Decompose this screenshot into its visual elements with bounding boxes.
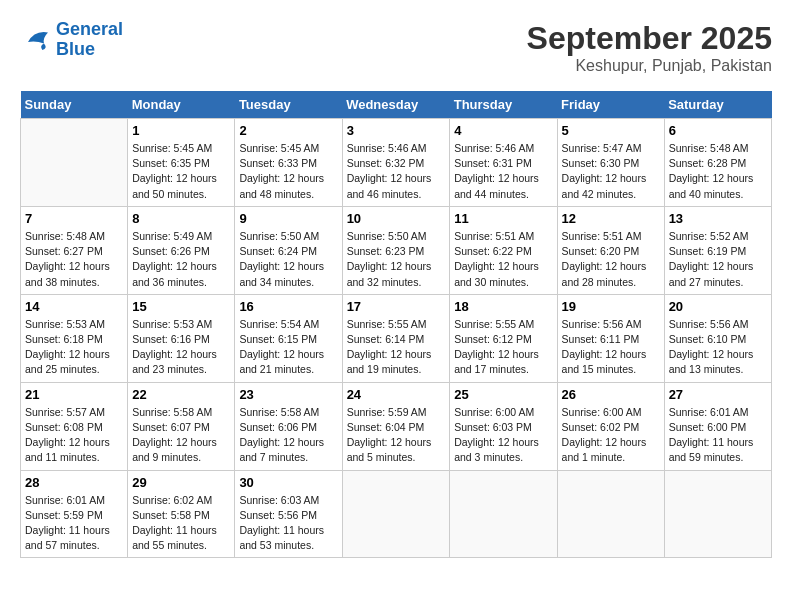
day-cell	[664, 470, 771, 558]
day-number: 10	[347, 211, 446, 226]
day-cell: 19Sunrise: 5:56 AMSunset: 6:11 PMDayligh…	[557, 294, 664, 382]
day-number: 2	[239, 123, 337, 138]
day-info: Sunrise: 6:00 AMSunset: 6:02 PMDaylight:…	[562, 405, 660, 466]
day-info: Sunrise: 5:59 AMSunset: 6:04 PMDaylight:…	[347, 405, 446, 466]
logo: General Blue	[20, 20, 123, 60]
day-info: Sunrise: 5:57 AMSunset: 6:08 PMDaylight:…	[25, 405, 123, 466]
day-number: 27	[669, 387, 767, 402]
day-cell: 17Sunrise: 5:55 AMSunset: 6:14 PMDayligh…	[342, 294, 450, 382]
day-number: 13	[669, 211, 767, 226]
day-info: Sunrise: 5:51 AMSunset: 6:20 PMDaylight:…	[562, 229, 660, 290]
day-info: Sunrise: 5:45 AMSunset: 6:35 PMDaylight:…	[132, 141, 230, 202]
header-day-thursday: Thursday	[450, 91, 557, 119]
day-cell: 4Sunrise: 5:46 AMSunset: 6:31 PMDaylight…	[450, 119, 557, 207]
day-info: Sunrise: 5:51 AMSunset: 6:22 PMDaylight:…	[454, 229, 552, 290]
day-cell: 23Sunrise: 5:58 AMSunset: 6:06 PMDayligh…	[235, 382, 342, 470]
day-info: Sunrise: 5:52 AMSunset: 6:19 PMDaylight:…	[669, 229, 767, 290]
week-row-1: 1Sunrise: 5:45 AMSunset: 6:35 PMDaylight…	[21, 119, 772, 207]
day-number: 26	[562, 387, 660, 402]
day-info: Sunrise: 5:50 AMSunset: 6:23 PMDaylight:…	[347, 229, 446, 290]
day-cell: 21Sunrise: 5:57 AMSunset: 6:08 PMDayligh…	[21, 382, 128, 470]
day-info: Sunrise: 6:00 AMSunset: 6:03 PMDaylight:…	[454, 405, 552, 466]
day-number: 12	[562, 211, 660, 226]
day-info: Sunrise: 6:02 AMSunset: 5:58 PMDaylight:…	[132, 493, 230, 554]
day-number: 9	[239, 211, 337, 226]
title-block: September 2025 Keshupur, Punjab, Pakista…	[527, 20, 772, 75]
day-number: 5	[562, 123, 660, 138]
day-cell: 18Sunrise: 5:55 AMSunset: 6:12 PMDayligh…	[450, 294, 557, 382]
day-cell	[21, 119, 128, 207]
day-number: 19	[562, 299, 660, 314]
day-number: 1	[132, 123, 230, 138]
header-day-monday: Monday	[128, 91, 235, 119]
day-number: 20	[669, 299, 767, 314]
calendar-body: 1Sunrise: 5:45 AMSunset: 6:35 PMDaylight…	[21, 119, 772, 558]
day-number: 7	[25, 211, 123, 226]
header-row: SundayMondayTuesdayWednesdayThursdayFrid…	[21, 91, 772, 119]
day-number: 15	[132, 299, 230, 314]
day-info: Sunrise: 5:58 AMSunset: 6:07 PMDaylight:…	[132, 405, 230, 466]
day-cell: 12Sunrise: 5:51 AMSunset: 6:20 PMDayligh…	[557, 206, 664, 294]
day-cell: 20Sunrise: 5:56 AMSunset: 6:10 PMDayligh…	[664, 294, 771, 382]
day-info: Sunrise: 6:01 AMSunset: 5:59 PMDaylight:…	[25, 493, 123, 554]
day-info: Sunrise: 5:47 AMSunset: 6:30 PMDaylight:…	[562, 141, 660, 202]
day-number: 30	[239, 475, 337, 490]
day-number: 18	[454, 299, 552, 314]
day-number: 22	[132, 387, 230, 402]
week-row-5: 28Sunrise: 6:01 AMSunset: 5:59 PMDayligh…	[21, 470, 772, 558]
page-title: September 2025	[527, 20, 772, 57]
day-number: 11	[454, 211, 552, 226]
day-info: Sunrise: 5:48 AMSunset: 6:28 PMDaylight:…	[669, 141, 767, 202]
day-cell: 1Sunrise: 5:45 AMSunset: 6:35 PMDaylight…	[128, 119, 235, 207]
logo-line1: General	[56, 19, 123, 39]
logo-line2: Blue	[56, 39, 95, 59]
day-cell: 9Sunrise: 5:50 AMSunset: 6:24 PMDaylight…	[235, 206, 342, 294]
day-info: Sunrise: 5:49 AMSunset: 6:26 PMDaylight:…	[132, 229, 230, 290]
day-cell: 28Sunrise: 6:01 AMSunset: 5:59 PMDayligh…	[21, 470, 128, 558]
day-info: Sunrise: 6:01 AMSunset: 6:00 PMDaylight:…	[669, 405, 767, 466]
day-info: Sunrise: 5:45 AMSunset: 6:33 PMDaylight:…	[239, 141, 337, 202]
day-number: 8	[132, 211, 230, 226]
day-cell: 25Sunrise: 6:00 AMSunset: 6:03 PMDayligh…	[450, 382, 557, 470]
day-number: 14	[25, 299, 123, 314]
day-number: 24	[347, 387, 446, 402]
day-cell: 5Sunrise: 5:47 AMSunset: 6:30 PMDaylight…	[557, 119, 664, 207]
day-cell: 16Sunrise: 5:54 AMSunset: 6:15 PMDayligh…	[235, 294, 342, 382]
day-cell: 8Sunrise: 5:49 AMSunset: 6:26 PMDaylight…	[128, 206, 235, 294]
week-row-3: 14Sunrise: 5:53 AMSunset: 6:18 PMDayligh…	[21, 294, 772, 382]
day-cell: 13Sunrise: 5:52 AMSunset: 6:19 PMDayligh…	[664, 206, 771, 294]
day-number: 3	[347, 123, 446, 138]
day-cell	[557, 470, 664, 558]
header-day-friday: Friday	[557, 91, 664, 119]
day-info: Sunrise: 5:54 AMSunset: 6:15 PMDaylight:…	[239, 317, 337, 378]
day-info: Sunrise: 5:46 AMSunset: 6:31 PMDaylight:…	[454, 141, 552, 202]
day-cell: 26Sunrise: 6:00 AMSunset: 6:02 PMDayligh…	[557, 382, 664, 470]
day-number: 28	[25, 475, 123, 490]
day-info: Sunrise: 5:53 AMSunset: 6:16 PMDaylight:…	[132, 317, 230, 378]
day-number: 17	[347, 299, 446, 314]
day-cell: 27Sunrise: 6:01 AMSunset: 6:00 PMDayligh…	[664, 382, 771, 470]
day-info: Sunrise: 5:58 AMSunset: 6:06 PMDaylight:…	[239, 405, 337, 466]
calendar-header: SundayMondayTuesdayWednesdayThursdayFrid…	[21, 91, 772, 119]
day-cell	[450, 470, 557, 558]
day-cell: 15Sunrise: 5:53 AMSunset: 6:16 PMDayligh…	[128, 294, 235, 382]
day-info: Sunrise: 5:53 AMSunset: 6:18 PMDaylight:…	[25, 317, 123, 378]
day-info: Sunrise: 5:56 AMSunset: 6:11 PMDaylight:…	[562, 317, 660, 378]
week-row-4: 21Sunrise: 5:57 AMSunset: 6:08 PMDayligh…	[21, 382, 772, 470]
header-day-saturday: Saturday	[664, 91, 771, 119]
logo-text: General Blue	[56, 20, 123, 60]
day-cell: 10Sunrise: 5:50 AMSunset: 6:23 PMDayligh…	[342, 206, 450, 294]
day-cell: 14Sunrise: 5:53 AMSunset: 6:18 PMDayligh…	[21, 294, 128, 382]
day-cell: 29Sunrise: 6:02 AMSunset: 5:58 PMDayligh…	[128, 470, 235, 558]
header-day-wednesday: Wednesday	[342, 91, 450, 119]
day-number: 25	[454, 387, 552, 402]
page-header: General Blue September 2025 Keshupur, Pu…	[20, 20, 772, 75]
day-cell: 2Sunrise: 5:45 AMSunset: 6:33 PMDaylight…	[235, 119, 342, 207]
page-subtitle: Keshupur, Punjab, Pakistan	[527, 57, 772, 75]
day-cell: 6Sunrise: 5:48 AMSunset: 6:28 PMDaylight…	[664, 119, 771, 207]
day-info: Sunrise: 5:56 AMSunset: 6:10 PMDaylight:…	[669, 317, 767, 378]
day-info: Sunrise: 5:55 AMSunset: 6:14 PMDaylight:…	[347, 317, 446, 378]
header-day-tuesday: Tuesday	[235, 91, 342, 119]
day-info: Sunrise: 5:48 AMSunset: 6:27 PMDaylight:…	[25, 229, 123, 290]
logo-icon	[20, 26, 52, 54]
